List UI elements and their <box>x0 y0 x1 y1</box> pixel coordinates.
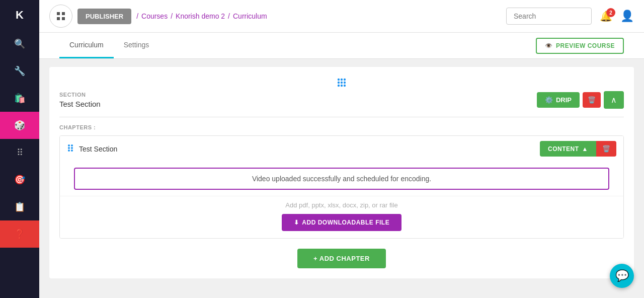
svg-point-11 <box>341 85 343 87</box>
chapter-right-buttons: CONTENT ▲ 🗑️ <box>540 141 616 157</box>
svg-rect-0 <box>57 12 60 15</box>
svg-point-6 <box>344 79 346 81</box>
section-grid-icon <box>59 77 624 88</box>
home-logo-btn[interactable] <box>49 5 72 28</box>
breadcrumb-courses[interactable]: Courses <box>141 12 168 20</box>
svg-rect-1 <box>62 12 65 15</box>
chapters-label: CHAPTERS : <box>59 124 624 130</box>
eye-icon: 👁️ <box>545 42 553 49</box>
chapter-item: Test Section CONTENT ▲ 🗑️ Video up <box>59 135 624 239</box>
section-info: SECTION Test Section <box>59 92 101 108</box>
preview-course-button[interactable]: 👁️ PREVIEW COURSE <box>536 38 624 54</box>
section-top-row: SECTION Test Section ⚙️ DRIP 🗑️ ∧ <box>59 91 624 109</box>
breadcrumb-sep-1: / <box>136 12 138 20</box>
sidebar-item-dots[interactable]: ⠿ <box>0 139 39 166</box>
add-downloadable-button[interactable]: ⬇ ADD DOWNLOADABLE FILE <box>282 214 401 231</box>
section-name: Test Section <box>59 100 101 108</box>
add-chapter-label: + ADD CHAPTER <box>313 255 370 262</box>
content-button[interactable]: CONTENT ▲ <box>540 141 596 157</box>
user-icon: 👤 <box>620 10 634 22</box>
chapter-header: Test Section CONTENT ▲ 🗑️ <box>60 136 623 162</box>
main-area: PUBLISHER / Courses / Knorish demo 2 / C… <box>39 0 644 298</box>
svg-rect-2 <box>57 17 60 20</box>
svg-point-12 <box>344 85 346 87</box>
header: PUBLISHER / Courses / Knorish demo 2 / C… <box>39 0 644 33</box>
chapter-trash-icon: 🗑️ <box>602 145 610 153</box>
svg-point-7 <box>338 82 340 84</box>
notification-button[interactable]: 🔔 2 <box>600 10 612 22</box>
section-card: SECTION Test Section ⚙️ DRIP 🗑️ ∧ CH <box>49 67 634 278</box>
breadcrumb-sep-3: / <box>228 12 230 20</box>
svg-point-9 <box>344 82 346 84</box>
search-input[interactable] <box>506 8 592 25</box>
downloadable-section: Add pdf, pptx, xlsx, docx, zip, or rar f… <box>60 196 623 238</box>
svg-point-15 <box>68 147 70 149</box>
drip-label: DRIP <box>556 96 572 104</box>
add-downloadable-label: ADD DOWNLOADABLE FILE <box>302 219 389 226</box>
chapter-delete-button[interactable]: 🗑️ <box>596 141 616 157</box>
svg-point-5 <box>341 79 343 81</box>
add-chapter-button[interactable]: + ADD CHAPTER <box>297 249 386 268</box>
svg-point-13 <box>68 144 70 146</box>
logo-letter: K <box>16 9 24 22</box>
sidebar-item-copy[interactable]: 📋 <box>0 193 39 220</box>
add-file-text: Add pdf, pptx, xlsx, docx, zip, or rar f… <box>67 201 616 209</box>
section-action-btns: ⚙️ DRIP 🗑️ ∧ <box>537 91 624 109</box>
chevron-up-icon: ▲ <box>582 145 588 153</box>
breadcrumb-current: Curriculum <box>233 12 267 20</box>
drip-button[interactable]: ⚙️ DRIP <box>537 92 580 108</box>
sidebar-item-target[interactable]: 🎯 <box>0 166 39 193</box>
sidebar-item-help[interactable]: ❓ <box>0 220 39 248</box>
chat-icon: 💬 <box>615 269 629 282</box>
section-delete-button[interactable]: 🗑️ <box>583 92 601 108</box>
tab-settings[interactable]: Settings <box>114 33 159 58</box>
sidebar-item-shop[interactable]: 🛍️ <box>0 85 39 112</box>
notification-badge: 2 <box>606 8 615 17</box>
add-chapter-section: + ADD CHAPTER <box>59 249 624 268</box>
content-area: Curriculum Settings 👁️ PREVIEW COURSE <box>39 33 644 298</box>
sidebar-logo: K <box>0 0 39 30</box>
chapter-left: Test Section <box>67 143 117 155</box>
sidebar-item-active[interactable]: 🎲 <box>0 112 39 139</box>
chat-bubble-button[interactable]: 💬 <box>610 264 634 288</box>
breadcrumb-demo[interactable]: Knorish demo 2 <box>176 12 225 20</box>
svg-point-10 <box>338 85 340 87</box>
section-label: SECTION <box>59 92 101 98</box>
svg-point-4 <box>338 79 340 81</box>
user-profile-button[interactable]: 👤 <box>620 10 634 23</box>
tab-curriculum[interactable]: Curriculum <box>59 33 114 58</box>
content-label: CONTENT <box>548 145 579 153</box>
sidebar: K 🔍 🔧 🛍️ 🎲 ⠿ 🎯 📋 ❓ <box>0 0 39 298</box>
tab-list: Curriculum Settings <box>59 33 159 58</box>
success-message-wrapper: Video uploaded successfully and schedule… <box>60 168 623 190</box>
tabs-section: Curriculum Settings 👁️ PREVIEW COURSE <box>39 33 644 59</box>
trash-icon: 🗑️ <box>588 96 596 104</box>
section-collapse-button[interactable]: ∧ <box>604 91 624 109</box>
success-message: Video uploaded successfully and schedule… <box>74 168 609 190</box>
gear-icon: ⚙️ <box>545 96 553 104</box>
breadcrumb-sep-2: / <box>171 12 173 20</box>
breadcrumb: / Courses / Knorish demo 2 / Curriculum <box>136 12 506 20</box>
drag-grid-icon <box>336 77 347 88</box>
sidebar-item-wrench[interactable]: 🔧 <box>0 57 39 85</box>
svg-point-17 <box>68 150 70 152</box>
svg-point-18 <box>71 150 73 152</box>
grid-icon <box>57 12 65 20</box>
preview-btn-label: PREVIEW COURSE <box>556 42 615 49</box>
chapter-drag-handle[interactable] <box>67 143 74 155</box>
publisher-button[interactable]: PUBLISHER <box>77 9 131 24</box>
download-icon: ⬇ <box>294 219 299 226</box>
svg-point-14 <box>71 144 73 146</box>
sidebar-item-search[interactable]: 🔍 <box>0 30 39 57</box>
svg-point-8 <box>341 82 343 84</box>
drag-dots-icon <box>67 143 74 153</box>
svg-rect-3 <box>62 17 65 20</box>
svg-point-16 <box>71 147 73 149</box>
chapter-title: Test Section <box>79 145 117 153</box>
